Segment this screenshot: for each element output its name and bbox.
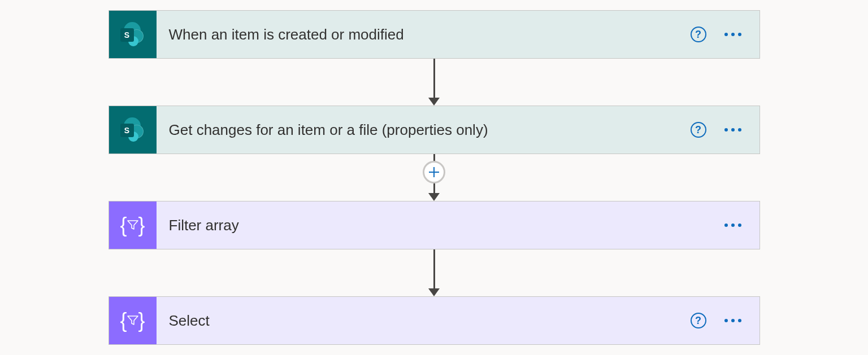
step-title: Select	[169, 312, 691, 330]
sharepoint-icon: S	[109, 11, 157, 58]
more-menu-icon[interactable]	[723, 221, 743, 229]
plus-icon	[429, 167, 439, 177]
step-title: When an item is created or modified	[169, 26, 691, 43]
step-title: Filter array	[169, 217, 723, 234]
help-icon[interactable]: ?	[691, 122, 706, 138]
connector	[428, 249, 440, 296]
step-select[interactable]: { } Select ?	[108, 296, 760, 345]
help-icon[interactable]: ?	[691, 313, 706, 328]
filter-icon: { }	[109, 297, 157, 344]
sharepoint-icon: S	[109, 106, 157, 154]
more-menu-icon[interactable]	[723, 126, 743, 134]
step-title: Get changes for an item or a file (prope…	[169, 121, 691, 139]
filter-icon: { }	[109, 201, 157, 249]
step-filter-array[interactable]: { } Filter array	[108, 201, 760, 249]
connector	[428, 59, 440, 106]
flow-container: S When an item is created or modified ? …	[108, 10, 760, 345]
step-get-changes[interactable]: S Get changes for an item or a file (pro…	[108, 106, 760, 154]
help-icon[interactable]: ?	[691, 27, 706, 42]
step-trigger-created-modified[interactable]: S When an item is created or modified ?	[108, 10, 760, 59]
add-step-button[interactable]	[423, 161, 445, 183]
more-menu-icon[interactable]	[723, 317, 743, 325]
more-menu-icon[interactable]	[723, 30, 743, 38]
connector	[428, 154, 440, 201]
